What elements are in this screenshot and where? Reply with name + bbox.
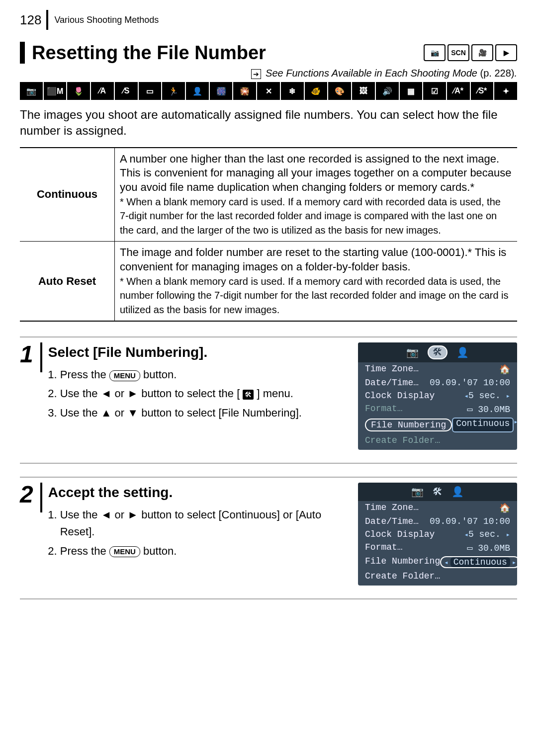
mini-label: Date/Time… (365, 516, 419, 526)
mini-label: Date/Time… (365, 378, 419, 388)
down-arrow-icon: ▼ (127, 407, 138, 419)
mode-cell: ⁄S (115, 82, 138, 100)
option-desc-text: The image and folder number are reset to… (120, 246, 506, 273)
text: Use the (60, 387, 101, 400)
text: Use the (60, 508, 101, 521)
menu-button-icon: MENU (109, 546, 140, 557)
mode-badge-scn: SCN (448, 44, 469, 61)
step-1-block: 1 Select [File Numbering]. Press the MEN… (20, 336, 517, 464)
right-caret-icon: ▸ (506, 531, 510, 539)
mode-cell: 🎇 (233, 82, 256, 100)
mini-tab-person: 👤 (451, 486, 464, 498)
substep-3: Use the ▲ or ▼ button to select [File Nu… (60, 405, 348, 421)
mode-cell: ✦ (494, 82, 517, 100)
mode-cell: 🏃 (162, 82, 185, 100)
text: ] menu. (257, 387, 293, 400)
intro-text: The images you shoot are automatically a… (20, 107, 517, 139)
right-arrow-icon: ► (127, 387, 138, 400)
text: button. (143, 545, 177, 557)
see-reference-text: See Functions Available in Each Shooting… (266, 68, 477, 79)
option-note-text: * When a blank memory card is used. If a… (120, 276, 509, 315)
substep-1: Use the ◄ or ► button to select [Continu… (60, 506, 348, 540)
mode-badge-camera: 📷 (424, 44, 446, 61)
mini-selected-value: ◂ Continuous ▸ (440, 556, 520, 568)
mini-label: Create Folder… (365, 571, 440, 581)
mini-tab-person: 👤 (456, 346, 469, 359)
substep-1: Press the MENU button. (60, 366, 348, 383)
option-desc-continuous: A number one higher than the last one re… (115, 148, 518, 242)
up-arrow-icon: ▲ (101, 407, 112, 419)
mini-label: Time Zone… (365, 503, 419, 513)
substep-2: Use the ◄ or ► button to select the [ 🛠 … (60, 385, 348, 402)
mode-cell: ✕ (257, 82, 280, 100)
mode-cell: 🐠 (305, 82, 328, 100)
text: button. (143, 368, 177, 381)
options-table: Continuous A number one higher than the … (20, 147, 517, 322)
mode-cell: ❄ (281, 82, 304, 100)
left-caret-icon: ◂ (464, 392, 468, 400)
mini-value: 09.09.'07 10:00 (430, 516, 510, 526)
left-caret-icon: ◂ (444, 558, 448, 567)
substep-2: Press the MENU button. (60, 543, 348, 560)
menu-button-icon: MENU (109, 370, 140, 381)
mini-value: ▭ 30.0MB (467, 404, 510, 415)
mini-selected-row-label: File Numbering (365, 419, 452, 431)
shooting-mode-strip: 📷 ⬛M 🌷 ⁄A ⁄S ▭ 🏃 👤 🎆 🎇 ✕ ❄ 🐠 🎨 🖼 🔊 ▦ ☑ ⁄… (20, 82, 517, 100)
right-arrow-icon: ► (127, 508, 138, 521)
text: or (115, 387, 128, 400)
mode-badge-movie: 🎥 (471, 44, 493, 61)
page-number: 128 (20, 10, 48, 30)
text: Press the (60, 545, 109, 557)
mini-tab-tools: 🛠 (428, 345, 448, 359)
mini-value: ◂5 sec. ▸ (464, 529, 511, 539)
mini-label: Clock Display (365, 391, 435, 401)
mini-label: File Numbering (365, 556, 440, 568)
mode-cell: 🖼 (352, 82, 375, 100)
text: or (115, 508, 128, 521)
mini-tab-tools: 🛠 (433, 486, 443, 498)
text: Press the (60, 368, 109, 381)
mode-badge-row: 📷 SCN 🎥 ▶ (424, 44, 517, 61)
mode-cell: 🌷 (67, 82, 90, 100)
mode-cell: 📷 (20, 82, 43, 100)
left-arrow-icon: ◄ (101, 508, 112, 521)
mini-value: ◂5 sec. ▸ (464, 391, 511, 401)
home-icon: 🏠 (499, 503, 510, 513)
home-icon: 🏠 (499, 364, 510, 375)
page-header: 128 Various Shooting Methods (20, 10, 517, 30)
option-label-autoreset: Auto Reset (20, 242, 115, 321)
step-number: 1 (20, 342, 33, 366)
table-row: Auto Reset The image and folder number a… (20, 242, 517, 321)
mode-cell: 👤 (186, 82, 209, 100)
see-reference-page: (p. 228) (480, 68, 515, 79)
right-caret-icon: ▸ (514, 418, 518, 432)
mode-cell: ▦ (400, 82, 423, 100)
title-accent-bar (20, 42, 25, 64)
camera-menu-screenshot-1: 📷 🛠 👤 Time Zone…🏠 Date/Time…09.09.'07 10… (358, 342, 517, 450)
mini-label: Clock Display (365, 529, 435, 539)
mini-tab-camera: 📷 (406, 346, 419, 359)
mini-value: 09.09.'07 10:00 (430, 378, 510, 388)
breadcrumb: Various Shooting Methods (48, 10, 159, 30)
text: or (115, 407, 128, 419)
mode-cell: ⁄A* (447, 82, 470, 100)
mode-cell: ⁄A (91, 82, 114, 100)
mode-cell: ▭ (139, 82, 162, 100)
option-note-text: * When a blank memory card is used. If a… (120, 196, 501, 236)
mode-badge-play: ▶ (495, 44, 517, 61)
tools-menu-icon: 🛠 (243, 390, 254, 400)
page-title: Resetting the File Number (32, 42, 266, 64)
table-row: Continuous A number one higher than the … (20, 148, 517, 242)
camera-menu-screenshot-2: 📷 🛠 👤 Time Zone…🏠 Date/Time…09.09.'07 10… (358, 483, 517, 586)
see-reference: ➔ See Functions Available in Each Shooti… (20, 68, 517, 79)
mini-label: Format… (365, 404, 403, 415)
mini-label: Format… (365, 542, 403, 553)
option-desc-autoreset: The image and folder number are reset to… (115, 242, 518, 321)
mini-value: ▭ 30.0MB (467, 542, 510, 553)
option-label-continuous: Continuous (20, 148, 115, 242)
text: button to select [File Numbering]. (141, 407, 302, 419)
mini-label: Time Zone… (365, 364, 419, 375)
step-number: 2 (20, 483, 33, 506)
mini-label: Create Folder… (365, 435, 440, 445)
mode-cell: ☑ (423, 82, 446, 100)
